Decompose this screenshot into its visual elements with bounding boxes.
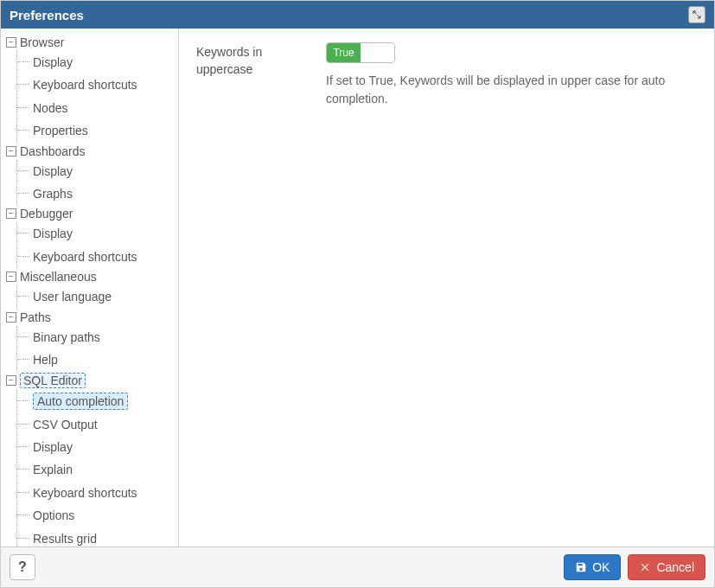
- tree-parent-label: Debugger: [20, 207, 73, 220]
- tree-child-label: Options: [33, 508, 74, 522]
- tree-child[interactable]: Properties: [17, 119, 175, 142]
- tree-child-label: Keyboard shortcuts: [33, 78, 137, 92]
- setting-row: Keywords in uppercase True If set to Tru…: [196, 42, 697, 108]
- toggle-off-side: [361, 43, 394, 62]
- preferences-tree: −BrowserDisplayKeyboard shortcutsNodesPr…: [1, 29, 179, 546]
- tree-child-label: Keyboard shortcuts: [33, 250, 137, 264]
- tree-child-label: Keyboard shortcuts: [33, 486, 137, 500]
- tree-child[interactable]: Display: [17, 436, 175, 458]
- tree-child[interactable]: Display: [17, 160, 175, 182]
- tree-child[interactable]: Display: [17, 51, 175, 74]
- tree-child[interactable]: Options: [17, 504, 175, 527]
- tree-child[interactable]: Display: [17, 222, 175, 245]
- tree-child[interactable]: Binary paths: [17, 326, 175, 348]
- tree-parent[interactable]: −Debugger: [4, 205, 175, 222]
- save-icon: [575, 561, 587, 573]
- help-button[interactable]: ?: [10, 554, 35, 580]
- tree-child[interactable]: Explain: [17, 458, 175, 481]
- tree-parent[interactable]: −SQL Editor: [4, 371, 175, 390]
- tree-parent[interactable]: −Browser: [4, 34, 175, 51]
- tree-child-label: CSV Output: [33, 418, 98, 431]
- tree-child[interactable]: Help: [17, 348, 175, 371]
- tree-child-label: Display: [33, 227, 73, 240]
- tree-child[interactable]: Results grid: [17, 527, 175, 546]
- tree-child-label: Explain: [33, 463, 73, 476]
- ok-label: OK: [592, 560, 610, 574]
- tree-child-label: User language: [33, 290, 112, 304]
- tree-parent[interactable]: −Miscellaneous: [4, 268, 175, 285]
- setting-label: Keywords in uppercase: [196, 42, 300, 78]
- window-title: Preferences: [10, 8, 84, 22]
- tree-child[interactable]: User language: [17, 285, 175, 308]
- titlebar: Preferences: [1, 1, 714, 29]
- tree-child-label: Graphs: [33, 187, 73, 201]
- collapse-icon[interactable]: −: [6, 146, 16, 157]
- footer-buttons: OK Cancel: [564, 554, 705, 580]
- tree-child-label: Properties: [33, 124, 88, 137]
- tree-child[interactable]: Keyboard shortcuts: [17, 246, 175, 268]
- maximize-button[interactable]: [688, 6, 705, 23]
- tree-parent[interactable]: −Paths: [4, 309, 175, 326]
- tree-child-label: Help: [33, 353, 58, 367]
- tree-child-label: Binary paths: [33, 330, 100, 344]
- tree-child[interactable]: Keyboard shortcuts: [17, 482, 175, 504]
- tree-child[interactable]: Graphs: [17, 182, 175, 205]
- close-icon: [639, 561, 651, 573]
- toggle-on-label: True: [327, 43, 361, 62]
- setting-help-text: If set to True, Keywords will be display…: [326, 72, 697, 108]
- tree-parent-label: Browser: [20, 35, 64, 49]
- content-panel: Keywords in uppercase True If set to Tru…: [179, 29, 714, 546]
- tree-child-label: Nodes: [33, 101, 67, 115]
- tree-parent[interactable]: −Dashboards: [4, 143, 175, 160]
- expand-icon: [692, 10, 702, 20]
- tree-parent-label: Miscellaneous: [20, 270, 97, 284]
- keywords-uppercase-toggle[interactable]: True: [326, 42, 395, 63]
- tree-parent-label: Paths: [20, 310, 51, 324]
- body-area: −BrowserDisplayKeyboard shortcutsNodesPr…: [1, 29, 714, 547]
- tree-parent-label: Dashboards: [20, 144, 86, 158]
- collapse-icon[interactable]: −: [6, 375, 16, 386]
- tree-child[interactable]: Keyboard shortcuts: [17, 74, 175, 96]
- tree-child[interactable]: Auto completion: [17, 390, 175, 412]
- tree-child-label: Results grid: [33, 532, 97, 546]
- tree-child[interactable]: Nodes: [17, 97, 175, 119]
- collapse-icon[interactable]: −: [6, 208, 16, 219]
- tree-child-label: Display: [33, 164, 73, 178]
- tree-parent-label: SQL Editor: [20, 373, 86, 388]
- ok-button[interactable]: OK: [564, 554, 621, 580]
- collapse-icon[interactable]: −: [6, 312, 16, 323]
- tree-child-label: Auto completion: [33, 393, 128, 410]
- tree-child-label: Display: [33, 440, 73, 454]
- cancel-button[interactable]: Cancel: [628, 554, 705, 580]
- cancel-label: Cancel: [656, 560, 694, 574]
- setting-value: True If set to True, Keywords will be di…: [326, 42, 697, 108]
- tree-child[interactable]: CSV Output: [17, 413, 175, 436]
- footer: ? OK Cancel: [1, 547, 714, 587]
- collapse-icon[interactable]: −: [6, 272, 16, 282]
- collapse-icon[interactable]: −: [6, 37, 16, 48]
- tree-child-label: Display: [33, 55, 73, 69]
